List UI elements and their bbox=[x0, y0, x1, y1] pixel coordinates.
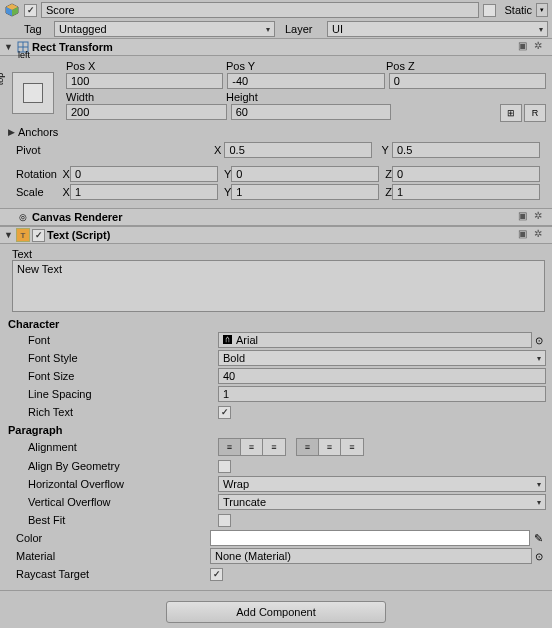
anchors-label: Anchors bbox=[18, 126, 58, 138]
raw-button[interactable]: R bbox=[524, 104, 546, 122]
raycast-label: Raycast Target bbox=[8, 568, 210, 580]
tag-label: Tag bbox=[24, 23, 50, 35]
canvas-renderer-header[interactable]: ▼ ◎ Canvas Renderer ▣ ✲ bbox=[0, 208, 552, 226]
anchor-top-label: top bbox=[0, 73, 5, 86]
paragraph-section: Paragraph bbox=[8, 424, 546, 436]
posy-field[interactable] bbox=[227, 73, 384, 89]
text-component-header[interactable]: ▼ T Text (Script) ▣ ✲ bbox=[0, 226, 552, 244]
align-by-geo-label: Align By Geometry bbox=[8, 460, 218, 472]
anchor-preset-button[interactable]: left top bbox=[8, 60, 58, 124]
pivot-label: Pivot bbox=[8, 144, 211, 156]
text-enabled-checkbox[interactable] bbox=[32, 229, 45, 242]
horizontal-alignment-group: ≡ ≡ ≡ bbox=[218, 438, 286, 456]
gameobject-name-field[interactable] bbox=[41, 2, 479, 18]
canvas-renderer-icon: ◎ bbox=[16, 210, 30, 224]
scl-y-field[interactable] bbox=[231, 184, 379, 200]
v-overflow-label: Vertical Overflow bbox=[8, 496, 218, 508]
gear-icon[interactable]: ✲ bbox=[534, 40, 548, 54]
material-picker-icon[interactable]: ⊙ bbox=[532, 551, 546, 562]
help-icon[interactable]: ▣ bbox=[518, 228, 532, 242]
gear-icon[interactable]: ✲ bbox=[534, 210, 548, 224]
rect-transform-header[interactable]: ▼ Rect Transform ▣ ✲ bbox=[0, 38, 552, 56]
line-spacing-field[interactable] bbox=[218, 386, 546, 402]
blueprint-button[interactable]: ⊞ bbox=[500, 104, 522, 122]
align-by-geo-checkbox[interactable] bbox=[218, 460, 231, 473]
pivot-x-field[interactable] bbox=[224, 142, 372, 158]
layer-label: Layer bbox=[285, 23, 323, 35]
anchors-foldout-icon[interactable]: ▶ bbox=[8, 127, 18, 137]
layer-dropdown[interactable]: UI bbox=[327, 21, 548, 37]
tag-dropdown[interactable]: Untagged bbox=[54, 21, 275, 37]
rich-text-label: Rich Text bbox=[8, 406, 218, 418]
text-component-icon: T bbox=[16, 228, 30, 242]
height-field[interactable] bbox=[231, 104, 392, 120]
inspector-panel: Static ▾ Tag Untagged Layer UI ▼ Rect Tr… bbox=[0, 0, 552, 628]
font-size-label: Font Size bbox=[8, 370, 218, 382]
rot-x-field[interactable] bbox=[70, 166, 218, 182]
width-field[interactable] bbox=[66, 104, 227, 120]
align-bottom-button[interactable]: ≡ bbox=[341, 439, 363, 455]
tag-layer-row: Tag Untagged Layer UI bbox=[0, 20, 552, 38]
gameobject-active-checkbox[interactable] bbox=[24, 4, 37, 17]
static-dropdown-arrow[interactable]: ▾ bbox=[536, 3, 548, 17]
posx-field[interactable] bbox=[66, 73, 223, 89]
color-label: Color bbox=[8, 532, 210, 544]
color-field[interactable] bbox=[210, 530, 530, 546]
posy-label: Pos Y bbox=[226, 60, 386, 72]
rot-z-field[interactable] bbox=[392, 166, 540, 182]
anchor-left-label: left bbox=[18, 50, 30, 60]
best-fit-checkbox[interactable] bbox=[218, 514, 231, 527]
rich-text-checkbox[interactable] bbox=[218, 406, 231, 419]
rotation-label: Rotation bbox=[8, 168, 63, 180]
align-left-button[interactable]: ≡ bbox=[219, 439, 241, 455]
text-field[interactable] bbox=[12, 260, 545, 312]
static-label: Static bbox=[504, 4, 532, 16]
raycast-checkbox[interactable] bbox=[210, 568, 223, 581]
align-center-button[interactable]: ≡ bbox=[241, 439, 263, 455]
add-component-row: Add Component bbox=[0, 590, 552, 628]
font-style-dropdown[interactable]: Bold bbox=[218, 350, 546, 366]
align-top-button[interactable]: ≡ bbox=[297, 439, 319, 455]
material-label: Material bbox=[8, 550, 210, 562]
font-field[interactable]: 🅰Arial bbox=[218, 332, 532, 348]
material-field[interactable]: None (Material) bbox=[210, 548, 532, 564]
scl-x-field[interactable] bbox=[70, 184, 218, 200]
rot-y-field[interactable] bbox=[231, 166, 379, 182]
foldout-icon[interactable]: ▼ bbox=[4, 42, 14, 52]
v-overflow-dropdown[interactable]: Truncate bbox=[218, 494, 546, 510]
scl-z-field[interactable] bbox=[392, 184, 540, 200]
gameobject-header: Static ▾ bbox=[0, 0, 552, 20]
gameobject-icon bbox=[4, 2, 20, 18]
h-overflow-dropdown[interactable]: Wrap bbox=[218, 476, 546, 492]
posz-label: Pos Z bbox=[386, 60, 546, 72]
character-section: Character bbox=[8, 318, 546, 330]
scale-label: Scale bbox=[8, 186, 63, 198]
font-size-field[interactable] bbox=[218, 368, 546, 384]
text-component-body: Text Character Font 🅰Arial ⊙ Font Style … bbox=[0, 244, 552, 590]
static-checkbox[interactable] bbox=[483, 4, 496, 17]
align-right-button[interactable]: ≡ bbox=[263, 439, 285, 455]
canvas-renderer-title: Canvas Renderer bbox=[32, 211, 516, 223]
rect-transform-body: left top Pos X Pos Y Pos Z Width Height bbox=[0, 56, 552, 208]
posx-label: Pos X bbox=[66, 60, 226, 72]
h-overflow-label: Horizontal Overflow bbox=[8, 478, 218, 490]
help-icon[interactable]: ▣ bbox=[518, 40, 532, 54]
foldout-icon[interactable]: ▼ bbox=[4, 230, 14, 240]
text-component-title: Text (Script) bbox=[47, 229, 516, 241]
add-component-button[interactable]: Add Component bbox=[166, 601, 386, 623]
help-icon[interactable]: ▣ bbox=[518, 210, 532, 224]
text-field-label: Text bbox=[8, 248, 546, 260]
height-label: Height bbox=[226, 91, 386, 103]
posz-field[interactable] bbox=[389, 73, 546, 89]
vertical-alignment-group: ≡ ≡ ≡ bbox=[296, 438, 364, 456]
line-spacing-label: Line Spacing bbox=[8, 388, 218, 400]
font-picker-icon[interactable]: ⊙ bbox=[532, 335, 546, 346]
eyedropper-icon[interactable]: ✎ bbox=[530, 532, 546, 545]
best-fit-label: Best Fit bbox=[8, 514, 218, 526]
align-middle-button[interactable]: ≡ bbox=[319, 439, 341, 455]
gear-icon[interactable]: ✲ bbox=[534, 228, 548, 242]
rect-transform-title: Rect Transform bbox=[32, 41, 516, 53]
font-label: Font bbox=[8, 334, 218, 346]
pivot-y-field[interactable] bbox=[392, 142, 540, 158]
width-label: Width bbox=[66, 91, 226, 103]
